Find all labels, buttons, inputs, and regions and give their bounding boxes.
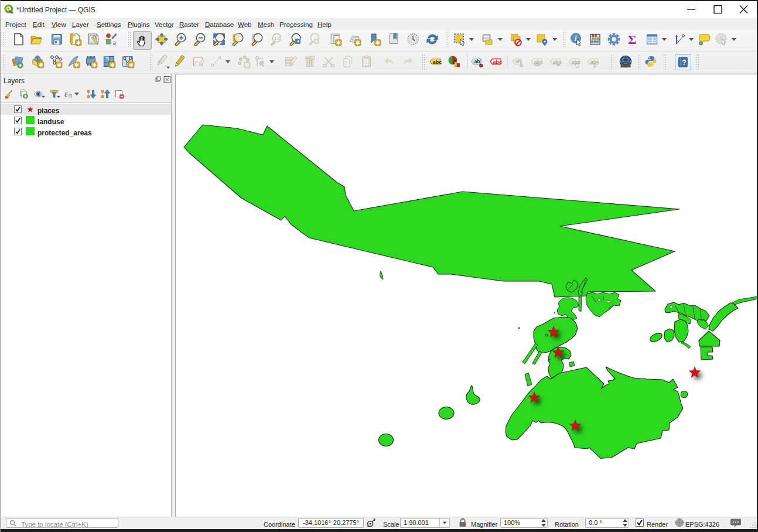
svg-text:abc: abc: [493, 59, 503, 65]
svg-text:a: a: [113, 39, 116, 46]
svg-text:?: ?: [682, 59, 686, 67]
svg-text:abc: abc: [433, 59, 442, 65]
svg-text:Σ: Σ: [628, 32, 636, 46]
svg-text:abc: abc: [553, 59, 562, 65]
svg-text:ε: ε: [64, 90, 68, 98]
svg-text:1:1: 1:1: [275, 36, 281, 40]
svg-text:abc: abc: [534, 59, 544, 65]
svg-text:ab: ab: [515, 59, 521, 64]
svg-text:ab: ab: [474, 59, 480, 64]
